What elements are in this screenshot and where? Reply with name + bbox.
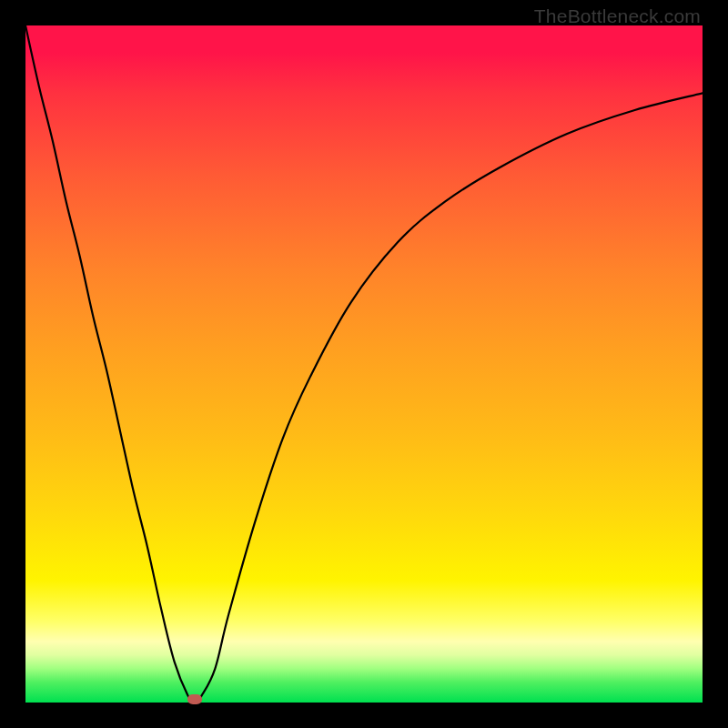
optimal-point-marker — [187, 694, 202, 704]
watermark-text: TheBottleneck.com — [534, 5, 701, 27]
chart-area — [25, 25, 703, 703]
bottleneck-curve — [25, 25, 703, 703]
